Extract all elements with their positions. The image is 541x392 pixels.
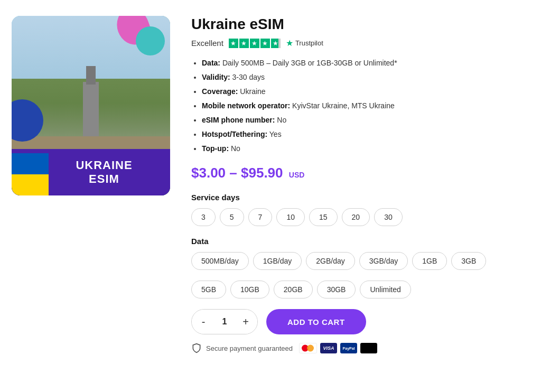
add-to-cart-button[interactable]: ADD TO CART [266, 309, 366, 334]
shield-icon [191, 343, 202, 353]
currency: USD [289, 171, 305, 179]
star-4: ★ [260, 39, 270, 48]
price-range: $3.00 – $95.90 USD [191, 165, 529, 181]
data-500mb-day[interactable]: 500MB/day [191, 252, 249, 270]
spec-operator: Mobile network operator: KyivStar Ukrain… [202, 100, 529, 111]
product-title: Ukraine eSIM [191, 16, 529, 33]
data-label: Data [191, 237, 529, 246]
day-option-10[interactable]: 10 [276, 208, 305, 226]
spec-hotspot: Hotspot/Tethering: Yes [202, 129, 529, 140]
day-option-3[interactable]: 3 [191, 208, 216, 226]
spec-list: Data: Daily 500MB – Daily 3GB or 1GB-30G… [191, 58, 529, 154]
paypal-icon: PayPal [340, 343, 357, 353]
apple-pay-icon [360, 343, 377, 353]
star-1: ★ [229, 39, 238, 48]
data-3gb[interactable]: 3GB [451, 252, 486, 270]
spec-topup: Top-up: No [202, 143, 529, 154]
trustpilot-label: Trustpilot [295, 39, 323, 47]
image-overlay-label: UKRAINEESIM [12, 149, 170, 195]
day-option-7[interactable]: 7 [248, 208, 273, 226]
mastercard-icon [299, 343, 317, 353]
spec-validity: Validity: 3-30 days [202, 72, 529, 83]
deco-teal-shape [136, 26, 165, 55]
data-5gb[interactable]: 5GB [191, 281, 226, 298]
spec-data: Data: Daily 500MB – Daily 3GB or 1GB-30G… [202, 58, 529, 69]
ukraine-flag [12, 153, 49, 195]
product-image-wrapper: UKRAINEESIM [12, 16, 170, 353]
spec-coverage: Coverage: Ukraine [202, 86, 529, 97]
price-to: $95.90 [241, 165, 283, 181]
day-option-20[interactable]: 20 [342, 208, 370, 226]
flag-blue [12, 153, 49, 174]
add-to-cart-row: - 1 + ADD TO CART [191, 309, 529, 334]
secure-payment-row: Secure payment guaranteed VISA PayPal [191, 343, 529, 353]
qty-plus-button[interactable]: + [234, 309, 257, 334]
day-option-30[interactable]: 30 [374, 208, 403, 226]
star-2: ★ [239, 39, 249, 48]
trustpilot-star-icon: ★ [286, 38, 293, 48]
trustpilot-logo: ★ Trustpilot [286, 38, 323, 48]
qty-minus-button[interactable]: - [192, 309, 215, 334]
overlay-text: UKRAINEESIM [46, 158, 162, 186]
spec-esim-number: eSIM phone number: No [202, 115, 529, 126]
data-2gb-day[interactable]: 2GB/day [306, 252, 355, 270]
visa-icon: VISA [320, 343, 337, 353]
star-3: ★ [250, 39, 259, 48]
product-info: Ukraine eSIM Excellent ★ ★ ★ ★ ★ ★ Trust… [191, 16, 529, 353]
data-3gb-day[interactable]: 3GB/day [359, 252, 408, 270]
product-container: UKRAINEESIM Ukraine eSIM Excellent ★ ★ ★… [12, 16, 529, 353]
data-unlimited[interactable]: Unlimited [360, 281, 411, 298]
data-20gb[interactable]: 20GB [274, 281, 313, 298]
data-30gb[interactable]: 30GB [317, 281, 356, 298]
product-image: UKRAINEESIM [12, 16, 170, 195]
qty-value: 1 [215, 317, 234, 326]
service-days-label: Service days [191, 193, 529, 202]
data-options-group: 500MB/day 1GB/day 2GB/day 3GB/day 1GB 3G… [191, 252, 529, 270]
data-1gb[interactable]: 1GB [412, 252, 447, 270]
payment-icons: VISA PayPal [299, 343, 377, 353]
data-10gb[interactable]: 10GB [230, 281, 269, 298]
flag-yellow [12, 174, 49, 195]
secure-label: Secure payment guaranteed [206, 344, 293, 352]
day-option-15[interactable]: 15 [309, 208, 338, 226]
rating-label: Excellent [191, 39, 223, 48]
price-from: $3.00 [191, 165, 226, 181]
rating-row: Excellent ★ ★ ★ ★ ★ ★ Trustpilot [191, 38, 529, 48]
data-options-group-row2: 5GB 10GB 20GB 30GB Unlimited [191, 281, 529, 298]
stars: ★ ★ ★ ★ ★ [229, 39, 281, 48]
day-option-5[interactable]: 5 [220, 208, 244, 226]
price-separator: – [229, 165, 241, 181]
service-days-group: 3 5 7 10 15 20 30 [191, 208, 529, 226]
data-1gb-day[interactable]: 1GB/day [253, 252, 302, 270]
quantity-control: - 1 + [191, 309, 258, 334]
star-5: ★ [271, 39, 281, 48]
